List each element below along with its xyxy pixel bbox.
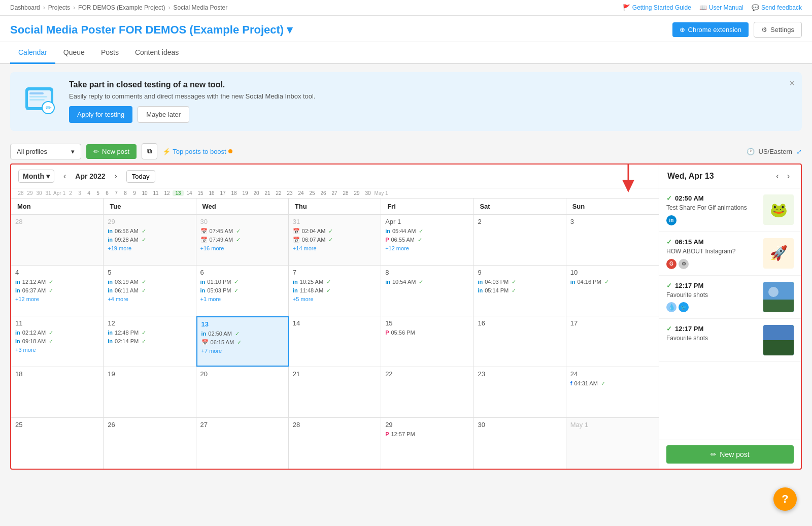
page-header: Social Media Poster FOR DEMOS (Example P… — [0, 16, 812, 42]
apply-testing-button[interactable]: Apply for testing — [69, 106, 132, 123]
cal-day-apr9[interactable]: 9 in 04:03 PM ✓ in 05:14 PM ✓ — [473, 266, 566, 316]
prev-day-button[interactable]: ‹ — [773, 171, 782, 182]
today-button[interactable]: Today — [126, 170, 155, 183]
fullscreen-button[interactable]: ⤢ — [796, 148, 802, 155]
cal-day-apr14[interactable]: 14 — [289, 316, 381, 367]
send-feedback-link[interactable]: 💬 Send feedback — [752, 4, 802, 11]
check-icon: ✓ — [666, 325, 672, 333]
timeline-num: 20 — [251, 190, 262, 196]
breadcrumb-projects[interactable]: Projects — [48, 4, 70, 11]
cal-day-apr8[interactable]: 8 in 10:54 AM ✓ — [381, 266, 473, 316]
cal-day-apr23[interactable]: 23 — [473, 367, 566, 417]
breadcrumb: Dashboard › Projects › FOR DEMOS (Exampl… — [10, 4, 227, 11]
cal-day-apr13[interactable]: 13 in 02:50 AM ✓ 📅 06:15 AM ✓ +7 more — [196, 316, 289, 367]
cal-day-mar30[interactable]: 30 📅 07:45 AM ✓ 📅 07:49 AM ✓ +16 more — [196, 215, 289, 265]
cal-more-link[interactable]: +7 more — [201, 348, 284, 354]
cal-day-apr15[interactable]: 15 P 05:56 PM — [381, 316, 473, 367]
timeline-num: 14 — [184, 190, 195, 196]
cal-day-apr1[interactable]: Apr 1 in 05:44 AM ✓ P 06:55 AM ✓ +12 mor… — [381, 215, 473, 265]
cal-day-apr25[interactable]: 25 — [11, 418, 104, 469]
cal-day-apr7[interactable]: 7 in 10:25 AM ✓ in 11:48 AM ✓ +5 more — [289, 266, 381, 316]
cal-day-apr30[interactable]: 30 — [473, 418, 566, 469]
cal-day-apr4[interactable]: 4 in 12:12 AM ✓ in 06:37 AM ✓ +12 more — [11, 266, 104, 316]
calendar-container: Month ▾ ‹ Apr 2022 › Today 28 29 30 31 A… — [10, 163, 802, 470]
getting-started-link[interactable]: 🚩 Getting Started Guide — [623, 4, 691, 11]
cal-day-apr27[interactable]: 27 — [196, 418, 289, 469]
user-manual-link[interactable]: 📖 User Manual — [699, 4, 743, 11]
post-thumbnail[interactable] — [763, 282, 794, 312]
cal-day-apr18[interactable]: 18 — [11, 367, 104, 417]
cal-more-link[interactable]: +4 more — [108, 296, 191, 302]
boost-button[interactable]: ⚡ Top posts to boost — [162, 148, 232, 155]
cal-event: in 09:28 AM ✓ — [108, 236, 191, 244]
post-thumbnail[interactable] — [763, 325, 794, 355]
cal-more-link[interactable]: +19 more — [108, 245, 191, 251]
cal-more-link[interactable]: +1 more — [200, 296, 284, 302]
view-select[interactable]: Month ▾ — [18, 170, 54, 183]
timeline-num: 12 — [161, 190, 173, 196]
title-black: Social Media Poster — [10, 23, 116, 36]
timeline-num: 3 — [75, 190, 84, 196]
post-title: Favourite shots — [666, 334, 758, 343]
maybe-later-button[interactable]: Maybe later — [138, 106, 189, 123]
cal-day-apr12[interactable]: 12 in 12:48 PM ✓ in 02:14 PM ✓ — [104, 316, 196, 367]
cal-day-apr26[interactable]: 26 — [104, 418, 196, 469]
cal-day-apr24[interactable]: 24 f 04:31 AM ✓ — [566, 367, 659, 417]
cal-day-apr10[interactable]: 10 in 04:16 PM ✓ — [566, 266, 659, 316]
cal-day-apr17[interactable]: 17 — [566, 316, 659, 367]
right-panel-new-post-button[interactable]: ✏ New post — [666, 445, 794, 464]
cal-day-mar31[interactable]: 31 📅 02:04 AM ✓ 📅 06:07 AM ✓ +14 more — [289, 215, 381, 265]
cal-more-link[interactable]: +12 more — [385, 245, 469, 251]
cal-day-apr20[interactable]: 20 — [196, 367, 289, 417]
cal-more-link[interactable]: +12 more — [15, 296, 99, 302]
timeline-num: 21 — [262, 190, 273, 196]
tab-posts[interactable]: Posts — [93, 42, 127, 64]
post-thumbnail[interactable]: 🐸 — [763, 194, 794, 225]
right-panel-post-1: ✓ 02:50 AM Test Share For Gif animations… — [659, 188, 801, 232]
svg-marker-8 — [622, 180, 634, 192]
cal-day-apr11[interactable]: 11 in 02:12 AM ✓ in 09:18 AM ✓ +3 more — [11, 316, 104, 367]
post-thumbnail[interactable]: 🚀 — [763, 238, 794, 269]
timeline-num: 8 — [121, 190, 130, 196]
cal-day-apr3[interactable]: 3 — [566, 215, 659, 265]
chrome-extension-button[interactable]: ⊕ Chrome extension — [672, 22, 749, 37]
clock-icon: 🕐 — [747, 148, 755, 155]
timeline-num: 31 — [44, 190, 53, 196]
cal-day-apr2[interactable]: 2 — [473, 215, 566, 265]
cal-more-link[interactable]: +14 more — [293, 245, 377, 251]
new-post-button[interactable]: ✏ New post — [86, 144, 137, 159]
tab-calendar[interactable]: Calendar — [10, 42, 55, 64]
cal-day-apr21[interactable]: 21 — [289, 367, 381, 417]
dropdown-arrow-title[interactable]: ▾ — [287, 23, 292, 36]
cal-day-apr5[interactable]: 5 in 03:19 AM ✓ in 06:11 AM ✓ +4 more — [104, 266, 196, 316]
cal-day-apr16[interactable]: 16 — [473, 316, 566, 367]
breadcrumb-project[interactable]: FOR DEMOS (Example Project) — [78, 4, 165, 11]
tab-content-ideas[interactable]: Content ideas — [127, 42, 187, 64]
cal-day-apr28[interactable]: 28 — [289, 418, 381, 469]
banner-close-button[interactable]: × — [789, 78, 795, 89]
cal-day-may1[interactable]: May 1 — [566, 418, 659, 469]
tab-queue[interactable]: Queue — [55, 42, 93, 64]
cal-more-link[interactable]: +16 more — [200, 245, 284, 251]
svg-rect-4 — [29, 99, 45, 101]
cal-day-mar28[interactable]: 28 — [11, 215, 104, 265]
cal-day-apr6[interactable]: 6 in 01:10 PM ✓ in 05:03 PM ✓ +1 more — [196, 266, 289, 316]
timeline-num: 22 — [273, 190, 284, 196]
cal-more-link[interactable]: +3 more — [15, 347, 99, 353]
cal-day-apr19[interactable]: 19 — [104, 367, 196, 417]
cal-event: in 05:44 AM ✓ — [385, 227, 469, 235]
profiles-dropdown[interactable]: All profiles ▾ — [10, 144, 81, 159]
cal-more-link[interactable]: +5 more — [293, 296, 377, 302]
settings-button[interactable]: ⚙ Settings — [754, 22, 802, 38]
timeline-num: 28 — [340, 190, 351, 196]
cal-day-apr22[interactable]: 22 — [381, 367, 473, 417]
next-month-button[interactable]: › — [111, 171, 120, 182]
cal-day-apr29[interactable]: 29 P 12:57 PM — [381, 418, 473, 469]
timeline-num: 24 — [295, 190, 307, 196]
copy-button[interactable]: ⧉ — [142, 143, 157, 159]
cal-day-mar29[interactable]: 29 in 06:56 AM ✓ in 09:28 AM ✓ +19 more — [104, 215, 196, 265]
next-day-button[interactable]: › — [784, 171, 793, 182]
prev-month-button[interactable]: ‹ — [60, 171, 69, 182]
breadcrumb-dashboard[interactable]: Dashboard — [10, 4, 40, 11]
cal-event: in 12:48 PM ✓ — [108, 329, 191, 337]
